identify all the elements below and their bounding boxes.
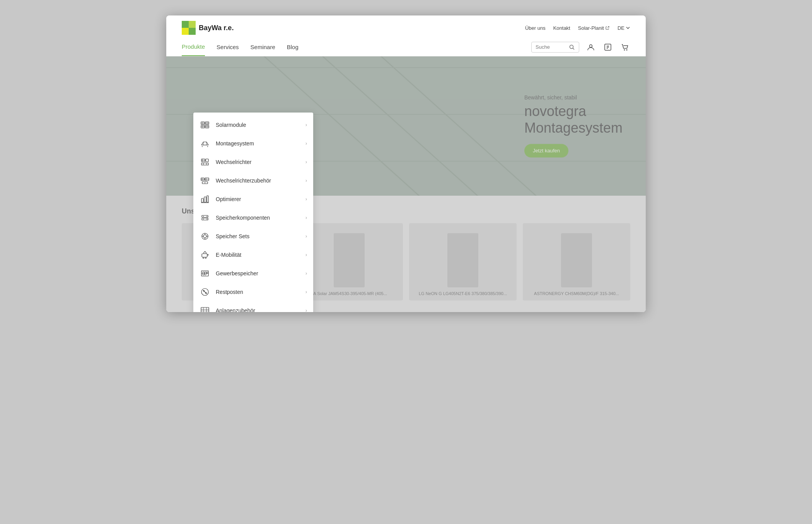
- chevron-right-icon: ›: [305, 308, 307, 312]
- nav-left: Produkte Services Seminare Blog: [182, 38, 299, 56]
- menu-label-solarmodule: Solarmodule: [216, 122, 246, 128]
- svg-point-63: [205, 258, 206, 259]
- nav-item-produkte[interactable]: Produkte: [182, 38, 205, 56]
- chevron-right-icon: ›: [305, 289, 307, 295]
- menu-item-solarmodule[interactable]: Solarmodule ›: [193, 116, 313, 134]
- wechselrichterzubehoer-icon: [200, 175, 210, 186]
- menu-item-restposten[interactable]: Restposten ›: [193, 283, 313, 301]
- svg-point-12: [626, 49, 628, 50]
- svg-rect-46: [204, 197, 206, 202]
- restposten-icon: [200, 287, 210, 297]
- svg-rect-72: [201, 307, 209, 312]
- user-account-button[interactable]: [585, 42, 596, 53]
- header-top: BayWa r.e. Über uns Kontakt Solar-Planit…: [182, 15, 630, 38]
- ueber-uns-link[interactable]: Über uns: [525, 25, 546, 31]
- svg-point-53: [206, 216, 207, 217]
- menu-item-speicher-sets[interactable]: Speicher Sets ›: [193, 227, 313, 246]
- menu-label-anlagenzubehoer: Anlagenzubehör: [216, 307, 255, 312]
- menu-item-montagesystem[interactable]: Montagesystem ›: [193, 134, 313, 153]
- menu-item-optimierer[interactable]: Optimierer ›: [193, 190, 313, 208]
- e-mobilitaet-icon: [200, 249, 210, 260]
- menu-label-wechselrichterzubehoer: Wechselrichterzubehör: [216, 178, 271, 184]
- menu-item-wechselrichterzubehoer[interactable]: Wechselrichterzubehör ›: [193, 171, 313, 190]
- svg-rect-31: [206, 159, 208, 162]
- search-input[interactable]: [536, 44, 566, 50]
- menu-item-wechselrichter[interactable]: Wechselrichter ›: [193, 153, 313, 171]
- menu-label-wechselrichter: Wechselrichter: [216, 159, 251, 165]
- chevron-right-icon: ›: [305, 196, 307, 202]
- menu-item-speicherkomponenten[interactable]: Speicherkomponenten ›: [193, 208, 313, 227]
- menu-item-anlagenzubehoer[interactable]: Anlagenzubehör ›: [193, 301, 313, 312]
- menu-label-optimierer: Optimierer: [216, 196, 241, 202]
- language-selector[interactable]: DE: [618, 25, 630, 31]
- chevron-right-icon: ›: [305, 271, 307, 276]
- chevron-right-icon: ›: [305, 178, 307, 183]
- wechselrichter-icon: [200, 157, 210, 167]
- kontakt-link[interactable]: Kontakt: [553, 25, 570, 31]
- search-box[interactable]: [531, 42, 579, 53]
- svg-rect-0: [182, 21, 189, 28]
- speicherkomponenten-icon: [200, 212, 210, 223]
- svg-rect-47: [207, 196, 208, 202]
- svg-rect-2: [182, 28, 189, 35]
- svg-point-4: [570, 45, 573, 48]
- montagesystem-icon: [200, 138, 210, 149]
- chevron-down-icon: [626, 26, 630, 30]
- nav-item-blog[interactable]: Blog: [287, 38, 299, 56]
- chevron-right-icon: ›: [305, 159, 307, 165]
- nav-right: [531, 42, 630, 53]
- svg-rect-3: [189, 28, 196, 35]
- svg-point-56: [203, 235, 206, 238]
- speicher-sets-icon: [200, 231, 210, 242]
- menu-label-speicherkomponenten: Speicherkomponenten: [216, 215, 270, 221]
- dropdown-menu: Solarmodule ›: [193, 113, 313, 312]
- header-nav: Produkte Services Seminare Blog: [182, 38, 630, 56]
- menu-item-gewerbespeicher[interactable]: Gewerbespeicher ›: [193, 264, 313, 283]
- header-top-links: Über uns Kontakt Solar-Planit DE: [525, 25, 630, 31]
- menu-label-montagesystem: Montagesystem: [216, 140, 254, 147]
- solarmodule-icon: [200, 119, 210, 130]
- svg-rect-67: [206, 272, 208, 273]
- header: BayWa r.e. Über uns Kontakt Solar-Planit…: [166, 15, 646, 56]
- menu-label-gewerbespeicher: Gewerbespeicher: [216, 270, 258, 277]
- menu-label-e-mobilitaet: E-Mobilität: [216, 252, 241, 258]
- chevron-right-icon: ›: [305, 252, 307, 258]
- svg-point-11: [624, 49, 625, 50]
- nav-item-services[interactable]: Services: [217, 38, 239, 56]
- svg-rect-34: [201, 163, 208, 165]
- chevron-right-icon: ›: [305, 215, 307, 220]
- content-wrapper: Solarmodule ›: [166, 56, 646, 312]
- logo-text: BayWa r.e.: [199, 24, 234, 32]
- logo[interactable]: BayWa r.e.: [182, 21, 234, 35]
- anlagenzubehoer-icon: [200, 305, 210, 312]
- gewerbespeicher-icon: [200, 268, 210, 279]
- nav-item-seminare[interactable]: Seminare: [251, 38, 275, 56]
- optimierer-icon: [200, 194, 210, 205]
- external-link-icon: [605, 26, 610, 30]
- chevron-right-icon: ›: [305, 234, 307, 239]
- svg-point-54: [206, 219, 207, 220]
- chevron-right-icon: ›: [305, 122, 307, 128]
- menu-label-speicher-sets: Speicher Sets: [216, 233, 249, 239]
- svg-rect-1: [189, 21, 196, 28]
- search-icon: [569, 44, 575, 50]
- menu-label-restposten: Restposten: [216, 289, 243, 295]
- svg-point-6: [590, 44, 592, 47]
- chevron-right-icon: ›: [305, 141, 307, 146]
- solar-planit-link[interactable]: Solar-Planit: [578, 25, 610, 31]
- cart-button[interactable]: [619, 42, 630, 53]
- svg-line-5: [573, 48, 575, 49]
- svg-point-62: [203, 258, 204, 259]
- menu-item-e-mobilitaet[interactable]: E-Mobilität ›: [193, 246, 313, 264]
- wishlist-button[interactable]: [602, 42, 613, 53]
- svg-rect-45: [201, 198, 203, 202]
- svg-rect-61: [202, 254, 207, 257]
- logo-icon: [182, 21, 196, 35]
